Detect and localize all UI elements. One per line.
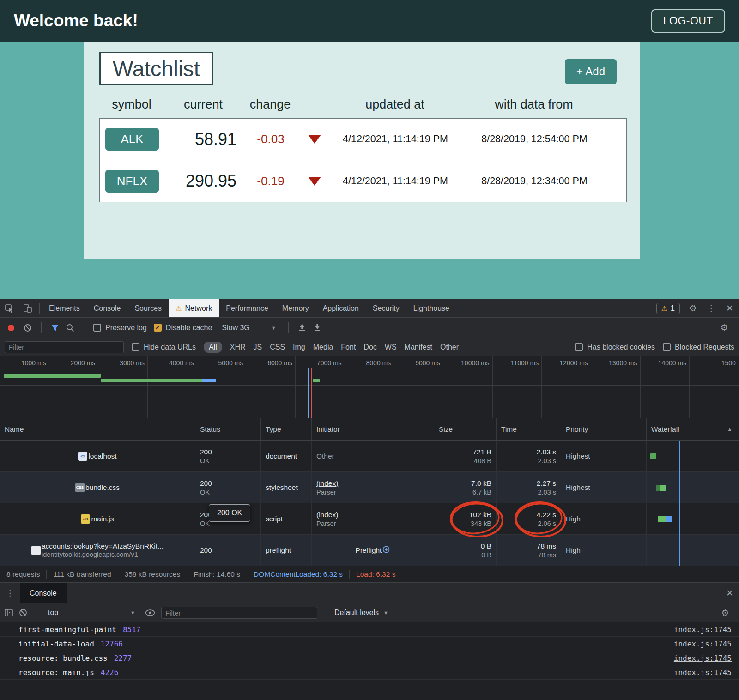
request-row-main-js[interactable]: main.js 200OK script (index)Parser 102 k… bbox=[0, 503, 739, 535]
tab-sources[interactable]: Sources bbox=[127, 299, 169, 317]
header-name[interactable]: Name bbox=[0, 418, 195, 440]
tab-network[interactable]: ⚠ Network bbox=[169, 299, 219, 317]
eye-icon[interactable] bbox=[145, 609, 155, 616]
log-levels-dropdown[interactable]: Default levels ▼ bbox=[334, 609, 388, 617]
log-source-link[interactable]: index.js:1745 bbox=[674, 625, 732, 634]
divider bbox=[39, 303, 40, 314]
updated-at-value: 4/12/2021, 11:14:19 PM bbox=[331, 175, 460, 187]
initiator-detail: Parser bbox=[316, 520, 429, 527]
tab-console[interactable]: Console bbox=[87, 299, 128, 317]
console-filter-input[interactable] bbox=[161, 607, 317, 619]
network-filter-input[interactable] bbox=[5, 341, 124, 353]
disable-cache-checkbox[interactable]: ✓ Disable cache bbox=[154, 324, 212, 332]
close-devtools-icon[interactable]: ✕ bbox=[721, 303, 739, 314]
close-drawer-icon[interactable]: ✕ bbox=[721, 588, 739, 598]
record-button[interactable] bbox=[8, 325, 14, 331]
initiator-link[interactable]: (index) bbox=[316, 511, 338, 519]
tab-lighthouse[interactable]: Lighthouse bbox=[406, 299, 456, 317]
watchlist-column-headers: symbol current change updated at with da… bbox=[99, 97, 627, 112]
drawer-kebab-menu-icon[interactable]: ⋮ bbox=[0, 588, 20, 598]
logout-button[interactable]: LOG-OUT bbox=[651, 9, 725, 33]
filter-type-css[interactable]: CSS bbox=[270, 343, 285, 351]
clear-icon[interactable] bbox=[24, 324, 32, 332]
timeline-overview[interactable] bbox=[0, 369, 739, 418]
log-number: 4226 bbox=[101, 668, 119, 677]
size-resource: 0 B bbox=[481, 551, 491, 559]
timeline-tick: 4000 ms bbox=[148, 359, 197, 367]
header-type[interactable]: Type bbox=[261, 418, 312, 440]
filter-type-img[interactable]: Img bbox=[293, 343, 305, 351]
device-toolbar-icon[interactable] bbox=[18, 304, 37, 313]
header-waterfall[interactable]: Waterfall ▲ bbox=[647, 418, 739, 440]
network-settings-gear-icon[interactable]: ⚙ bbox=[715, 322, 733, 333]
header-status[interactable]: Status bbox=[195, 418, 261, 440]
log-source-link[interactable]: index.js:1745 bbox=[674, 640, 732, 648]
header-priority[interactable]: Priority bbox=[561, 418, 647, 440]
header-time[interactable]: Time bbox=[497, 418, 561, 440]
export-har-icon[interactable] bbox=[313, 324, 321, 332]
finish-time: Finish: 14.60 s bbox=[187, 570, 247, 579]
console-sidebar-icon[interactable] bbox=[5, 609, 13, 616]
log-message: resource: main.js bbox=[18, 668, 94, 677]
console-toolbar: top ▼ Default levels ▼ ⚙ bbox=[0, 603, 739, 622]
log-source-link[interactable]: index.js:1745 bbox=[674, 654, 732, 663]
clear-console-icon[interactable] bbox=[19, 609, 27, 617]
console-log-entry: first-meaningful-paint 8517 index.js:174… bbox=[0, 622, 739, 637]
log-source-link[interactable]: index.js:1745 bbox=[674, 668, 732, 677]
header-initiator[interactable]: Initiator bbox=[312, 418, 434, 440]
initiator-detail: Parser bbox=[316, 489, 429, 496]
throttling-dropdown[interactable]: Slow 3G ▼ bbox=[219, 324, 279, 332]
time-latency: 2.03 s bbox=[538, 489, 557, 496]
filter-type-manifest[interactable]: Manifest bbox=[405, 343, 432, 351]
search-icon[interactable] bbox=[66, 324, 74, 332]
blocked-requests-checkbox[interactable]: Blocked Requests bbox=[663, 343, 734, 351]
tab-network-label: Network bbox=[185, 304, 212, 313]
table-header-row: Name Status Type Initiator Size Time Pri… bbox=[0, 418, 739, 441]
request-type: document bbox=[266, 452, 307, 460]
issues-count: 1 bbox=[671, 304, 675, 313]
status-code: 200 bbox=[200, 448, 256, 456]
drawer-tab-console[interactable]: Console bbox=[20, 583, 67, 603]
filter-type-doc[interactable]: Doc bbox=[363, 343, 376, 351]
preserve-log-checkbox[interactable]: Preserve log bbox=[93, 324, 147, 332]
divider bbox=[84, 322, 84, 333]
filter-type-font[interactable]: Font bbox=[341, 343, 356, 351]
inspect-element-icon[interactable] bbox=[0, 304, 18, 313]
tab-elements[interactable]: Elements bbox=[42, 299, 87, 317]
tab-performance[interactable]: Performance bbox=[219, 299, 275, 317]
request-row-localhost[interactable]: localhost 200OK document Other 721 B408 … bbox=[0, 441, 739, 472]
status-code: 200 bbox=[200, 546, 256, 555]
kebab-menu-icon[interactable]: ⋮ bbox=[702, 303, 721, 314]
request-row-bundle-css[interactable]: bundle.css 200OK stylesheet (index)Parse… bbox=[0, 472, 739, 503]
import-har-icon[interactable] bbox=[298, 324, 306, 332]
filter-type-other[interactable]: Other bbox=[440, 343, 459, 351]
tab-memory[interactable]: Memory bbox=[275, 299, 316, 317]
filter-type-ws[interactable]: WS bbox=[385, 343, 397, 351]
console-settings-gear-icon[interactable]: ⚙ bbox=[716, 608, 734, 618]
filter-type-media[interactable]: Media bbox=[313, 343, 333, 351]
size-resource: 408 B bbox=[474, 457, 491, 465]
filter-type-all-pill[interactable]: All bbox=[204, 342, 222, 353]
filter-type-xhr[interactable]: XHR bbox=[230, 343, 246, 351]
console-log-entry: resource: bundle.css 2277 index.js:1745 bbox=[0, 651, 739, 665]
size-resource: 6.7 kB bbox=[472, 489, 491, 496]
priority: High bbox=[566, 546, 642, 555]
add-button[interactable]: + Add bbox=[565, 59, 617, 84]
tab-application[interactable]: Application bbox=[316, 299, 366, 317]
filter-funnel-icon[interactable] bbox=[51, 324, 59, 332]
has-blocked-cookies-checkbox[interactable]: Has blocked cookies bbox=[575, 343, 655, 351]
change-value: -0.03 bbox=[243, 132, 298, 146]
tab-security[interactable]: Security bbox=[366, 299, 406, 317]
execution-context-dropdown[interactable]: top ▼ bbox=[44, 609, 139, 617]
header-size[interactable]: Size bbox=[434, 418, 497, 440]
down-triangle-icon bbox=[308, 177, 321, 186]
initiator-link[interactable]: (index) bbox=[316, 479, 338, 488]
col-change: change bbox=[242, 97, 298, 112]
filter-type-js[interactable]: JS bbox=[254, 343, 262, 351]
settings-gear-icon[interactable]: ⚙ bbox=[684, 303, 702, 314]
request-row-accounts-lookup[interactable]: accounts:lookup?key=AIzaSyBnRKit...ident… bbox=[0, 535, 739, 566]
requests-count: 8 requests bbox=[0, 570, 47, 579]
preflight-icon[interactable] bbox=[382, 546, 390, 555]
issues-counter[interactable]: ⚠ 1 bbox=[656, 303, 680, 314]
hide-data-urls-checkbox[interactable]: Hide data URLs bbox=[132, 343, 196, 351]
